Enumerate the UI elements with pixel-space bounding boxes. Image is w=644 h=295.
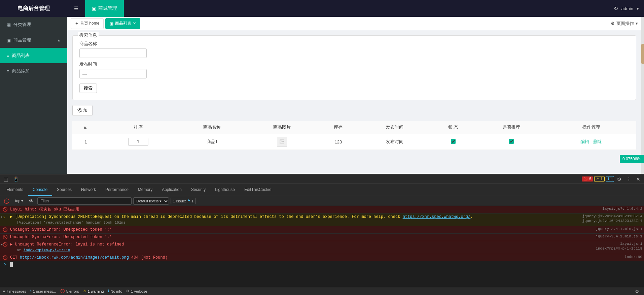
status-verbose-label: 1 verbose [131, 289, 147, 293]
console-prompt[interactable] [0, 261, 644, 268]
cell-actions: 编辑 删除 [546, 134, 636, 150]
error-badge[interactable]: 🚫 5 [582, 176, 593, 182]
sidebar-goods-label: 商品管理 [13, 37, 31, 43]
cell-image [247, 134, 317, 150]
sidebar-category-label: 分类管理 [13, 22, 31, 28]
cell-name: 商品1 [177, 134, 247, 150]
msg-text-6: GET http://imook.rwk.com/admin/images/de… [10, 255, 573, 261]
status-verbose[interactable]: ⚙ 1 verbose [126, 289, 147, 293]
publish-time-field: 发布时间 [79, 61, 629, 78]
msg-source-2[interactable]: jquery.js?v=164241323138Z:4 jquery.js?v=… [575, 214, 642, 223]
user-info-icon: ℹ [30, 289, 32, 293]
publish-time-input[interactable] [79, 69, 147, 78]
tab-security[interactable]: Security [186, 184, 210, 196]
issues-badge[interactable]: 1 Issue: ⚑ 1 [171, 198, 196, 204]
status-errors[interactable]: 🚫 5 errors [60, 289, 79, 293]
search-form: 搜索信息 商品名称 发布时间 搜索 [72, 35, 636, 100]
tab-application[interactable]: Application [157, 184, 186, 196]
more-icon-btn[interactable]: ⋮ [624, 175, 633, 183]
inspect-icon-btn[interactable]: ⬚ [2, 175, 10, 183]
data-table: id 排序 商品名称 商品图片 库存 发布时间 状 态 是否推荐 操作管理 1 [72, 121, 636, 150]
product-name-input[interactable] [79, 48, 147, 58]
logo-text: 电商后台管理 [17, 5, 50, 12]
col-recommended: 是否推荐 [476, 121, 546, 134]
top-nav: ☰ ▣ 商城管理 [67, 0, 614, 17]
breadcrumb-home-label: 首页 home [80, 21, 99, 26]
clear-console-btn[interactable]: 🚫 [2, 197, 11, 205]
refresh-icon[interactable]: ↻ [614, 5, 618, 12]
delete-link[interactable]: 删除 [593, 139, 602, 144]
settings-icon-btn[interactable]: ⚙ [615, 175, 623, 183]
status-user-label: 1 user mess... [33, 289, 56, 293]
eye-icon-btn[interactable]: 👁 [27, 197, 36, 205]
close-devtools-btn[interactable]: ✕ [634, 175, 642, 183]
console-top-btn: top ▾ [13, 197, 25, 204]
sort-input[interactable] [128, 138, 148, 146]
breadcrumb-home[interactable]: ✦ 首页 home [71, 18, 104, 29]
warn-badge[interactable]: ⚠ 1 [594, 176, 605, 182]
msg-source-5[interactable]: layui.js:1 index?mpi=m-p-i-2:118 [575, 242, 642, 251]
tab-elements[interactable]: Elements [2, 184, 28, 196]
edit-link[interactable]: 编辑 [580, 139, 589, 144]
list-icon: ≡ [7, 53, 9, 58]
col-publish-time: 发布时间 [360, 121, 430, 134]
sidebar-item-goods-add[interactable]: ≡ 商品添加 [0, 63, 67, 79]
console-filter-input[interactable] [37, 197, 132, 205]
sidebar-item-goods[interactable]: ▣ 商品管理 ▲ [0, 32, 67, 48]
sidebar-item-goods-list[interactable]: ≡ 商品列表 [0, 48, 67, 63]
level-select[interactable]: Default levels ▾ [133, 197, 169, 205]
msg-source-3[interactable]: jquery-3.4.1.min.js:1 [575, 227, 642, 231]
nav-tab-store[interactable]: ▣ 商城管理 [85, 0, 124, 17]
error-icon-4: 🚫 [3, 235, 8, 240]
search-button[interactable]: 搜索 [79, 84, 97, 93]
error-icon-6: 🚫 [3, 255, 8, 260]
tab-sources[interactable]: Sources [52, 184, 76, 196]
sidebar-item-category[interactable]: ▦ 分类管理 [0, 17, 67, 32]
nav-tab-menu[interactable]: ☰ [67, 0, 85, 17]
close-tab-icon[interactable]: ✕ [133, 21, 136, 26]
tab-performance[interactable]: Performance [101, 184, 133, 196]
tab-network[interactable]: Network [76, 184, 101, 196]
msg-text-3: Uncaught SyntaxError: Unexpected token '… [10, 227, 573, 233]
svg-point-1 [280, 140, 281, 141]
recommended-checkbox[interactable] [509, 139, 514, 144]
menu-icon: ☰ [74, 6, 78, 11]
breadcrumb-current-label: 商品列表 [115, 21, 131, 26]
status-no-info[interactable]: ℹ No info [108, 289, 122, 293]
status-messages[interactable]: ≡ 7 messages [3, 289, 26, 293]
expand-arrow-2[interactable]: ▶ [1, 215, 3, 219]
table-row: 1 商品1 [72, 134, 636, 150]
scrollbar-thumb [641, 44, 644, 64]
top-header: 电商后台管理 ☰ ▣ 商城管理 ↻ admin ▾ [0, 0, 644, 17]
tab-console[interactable]: Console [28, 184, 52, 196]
page-action-button[interactable]: ⚙ 页面操作 ▾ [611, 21, 638, 27]
status-messages-label: 7 messages [6, 289, 26, 293]
info-badge[interactable]: ℹ 1 [606, 176, 614, 182]
status-warning[interactable]: ⚠ 1 warning [83, 289, 104, 293]
msg-source-4[interactable]: jquery-3.4.1.min.js:1 [575, 234, 642, 238]
breadcrumb-current[interactable]: ▣ 商品列表 ✕ [105, 18, 140, 29]
admin-arrow-icon: ▾ [637, 6, 639, 11]
category-icon: ▦ [7, 22, 11, 27]
cell-status [430, 134, 476, 150]
tab-memory[interactable]: Memory [133, 184, 157, 196]
warn-status-icon: ⚠ [83, 289, 86, 293]
col-sort: 排序 [99, 121, 177, 134]
col-actions: 操作管理 [546, 121, 636, 134]
status-checkbox[interactable] [451, 139, 456, 144]
expand-arrow-5[interactable]: ▶ [1, 242, 3, 247]
gear-status-icon: ⚙ [126, 289, 130, 293]
tab-editthiscookie[interactable]: EditThisCookie [240, 184, 276, 196]
add-button[interactable]: 添 加 [72, 105, 93, 116]
console-settings-btn[interactable]: ⚙ [633, 287, 641, 295]
top-right-area: ↻ admin ▾ [614, 5, 644, 12]
status-user-messages[interactable]: ℹ 1 user mess... [30, 289, 56, 293]
nav-store-label: 商城管理 [98, 5, 117, 11]
device-icon-btn[interactable]: 📱 [11, 175, 21, 183]
msg-source-1[interactable]: layui.js?v=1.0.4:2 [575, 207, 642, 211]
msg-source-6[interactable]: index:90 [575, 255, 642, 259]
sidebar-goods-add-label: 商品添加 [12, 68, 30, 74]
right-scrollbar[interactable] [641, 17, 644, 174]
tab-lighthouse[interactable]: Lighthouse [210, 184, 240, 196]
console-msg-3: 🚫 Uncaught SyntaxError: Unexpected token… [0, 226, 644, 234]
